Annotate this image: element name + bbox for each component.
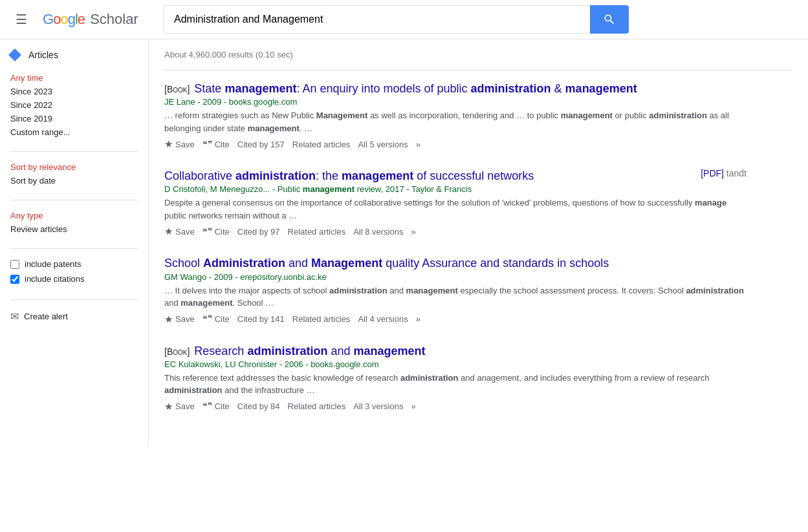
logo[interactable]: Google Scholar — [43, 11, 153, 28]
result-3-snippet: … It delves into the major aspects of sc… — [164, 284, 747, 310]
result-4-cited-by[interactable]: Cited by 84 — [237, 401, 280, 411]
result-1-actions: ★ Save ❝❞ Cite Cited by 157 Related arti… — [164, 138, 747, 150]
any-type-filter[interactable]: Any type — [10, 211, 138, 220]
result-4-snippet: This reference text addresses the basic … — [164, 372, 747, 397]
since-2019-filter[interactable]: Since 2019 — [10, 114, 138, 123]
result-2-snippet: Despite a general consensus on the impor… — [164, 197, 747, 222]
search-icon — [603, 13, 616, 26]
result-1-title[interactable]: [Book] State management: An enquiry into… — [164, 82, 637, 95]
include-patents-label: include patents — [25, 259, 81, 269]
result-3-cited-by[interactable]: Cited by 141 — [237, 314, 285, 324]
result-3-related[interactable]: Related articles — [292, 314, 351, 324]
articles-diamond-icon — [8, 48, 21, 61]
star-icon: ★ — [164, 138, 173, 150]
search-button[interactable] — [590, 5, 629, 34]
result-2-meta: D Cristofoli, M Meneguzzo... - Public ma… — [164, 184, 747, 194]
type-section: Any type Review articles — [10, 211, 138, 249]
result-1-meta: JE Lane - 2009 - books.google.com — [164, 97, 747, 107]
cite-icon: ❝❞ — [202, 139, 213, 150]
include-citations-label: include citations — [25, 274, 85, 284]
include-patents-row: include patents — [10, 259, 138, 269]
create-alert-label: Create alert — [24, 312, 68, 321]
since-2022-filter[interactable]: Since 2022 — [10, 100, 138, 110]
result-2-related[interactable]: Related articles — [288, 227, 346, 237]
include-citations-checkbox[interactable] — [10, 275, 19, 284]
logo-scholar-text: Scholar — [86, 11, 138, 28]
create-alert-row[interactable]: ✉ Create alert — [10, 310, 138, 323]
header: ☰ Google Scholar Administration and Mana… — [0, 0, 808, 39]
result-3-meta: GM Wango - 2009 - erepository.uonbi.ac.k… — [164, 272, 747, 282]
cite-icon: ❝❞ — [202, 226, 213, 237]
result-1-label: [Book] — [164, 84, 190, 94]
menu-icon[interactable]: ☰ — [10, 6, 32, 32]
search-input[interactable]: Administration and Management — [163, 5, 590, 34]
results-area: About 4,960,000 results (0.10 sec) [Book… — [149, 39, 808, 446]
result-3-actions: ★ Save ❝❞ Cite Cited by 141 Related arti… — [164, 314, 747, 325]
result-3-title[interactable]: School Administration and Management qua… — [164, 257, 609, 270]
results-divider — [164, 70, 792, 70]
result-1-snippet: … reform strategies such as New Public M… — [164, 109, 747, 134]
search-container: Administration and Management — [163, 5, 629, 34]
include-patents-checkbox[interactable] — [10, 260, 19, 269]
star-icon: ★ — [164, 314, 173, 325]
checkbox-section: include patents include citations — [10, 259, 138, 300]
result-1-cite[interactable]: ❝❞ Cite — [202, 139, 230, 150]
result-4-related[interactable]: Related articles — [288, 401, 346, 411]
result-2-title[interactable]: Collaborative administration: the manage… — [164, 169, 534, 182]
result-4-versions[interactable]: All 3 versions — [353, 401, 403, 411]
result-2-versions[interactable]: All 8 versions — [353, 227, 403, 237]
cite-icon: ❝❞ — [202, 314, 213, 325]
result-1-versions[interactable]: All 5 versions — [358, 140, 408, 149]
sort-section: Sort by relevance Sort by date — [10, 162, 138, 200]
result-2-actions: ★ Save ❝❞ Cite Cited by 97 Related artic… — [164, 226, 747, 237]
create-alert-section: ✉ Create alert — [10, 310, 138, 333]
email-icon: ✉ — [10, 310, 19, 323]
result-item: [PDF] tandt Collaborative administration… — [164, 168, 747, 237]
result-3-versions[interactable]: All 4 versions — [358, 314, 408, 324]
sidebar: Articles Any time Since 2023 Since 2022 … — [0, 39, 149, 446]
result-3-save[interactable]: ★ Save — [164, 314, 195, 325]
star-icon: ★ — [164, 226, 173, 237]
sort-by-relevance[interactable]: Sort by relevance — [10, 162, 138, 172]
result-4-title[interactable]: [Book] Research administration and manag… — [164, 345, 426, 357]
result-3-cite[interactable]: ❝❞ Cite — [202, 314, 230, 325]
result-4-save[interactable]: ★ Save — [164, 401, 195, 412]
time-filter-section: Any time Since 2023 Since 2022 Since 201… — [10, 73, 138, 152]
main-layout: Articles Any time Since 2023 Since 2022 … — [0, 39, 808, 446]
result-1-save[interactable]: ★ Save — [164, 138, 195, 150]
result-3-more[interactable]: » — [416, 314, 420, 324]
result-2-pdf-badge[interactable]: [PDF] tandt — [701, 168, 747, 178]
custom-range-filter[interactable]: Custom range... — [10, 127, 138, 137]
result-2-cite[interactable]: ❝❞ Cite — [202, 226, 230, 237]
star-icon: ★ — [164, 401, 173, 412]
result-4-label: [Book] — [164, 346, 190, 357]
result-item: School Administration and Management qua… — [164, 255, 747, 325]
result-2-cited-by[interactable]: Cited by 97 — [237, 227, 280, 237]
result-4-actions: ★ Save ❝❞ Cite Cited by 84 Related artic… — [164, 401, 747, 412]
result-4-meta: EC Kulakowski, LU Chronister - 2006 - bo… — [164, 359, 747, 369]
cite-icon: ❝❞ — [202, 401, 213, 412]
articles-row: Articles — [10, 50, 138, 60]
result-1-cited-by[interactable]: Cited by 157 — [237, 140, 285, 149]
result-4-cite[interactable]: ❝❞ Cite — [202, 401, 230, 412]
review-articles-filter[interactable]: Review articles — [10, 224, 138, 234]
result-2-save[interactable]: ★ Save — [164, 226, 195, 237]
result-2-more[interactable]: » — [411, 227, 415, 237]
since-2023-filter[interactable]: Since 2023 — [10, 87, 138, 96]
results-count: About 4,960,000 results (0.10 sec) — [164, 45, 792, 59]
result-4-more[interactable]: » — [411, 401, 415, 411]
result-item: [Book] Research administration and manag… — [164, 343, 747, 412]
include-citations-row: include citations — [10, 274, 138, 284]
any-time-filter[interactable]: Any time — [10, 73, 138, 83]
logo-google-text: Google — [43, 11, 85, 28]
articles-label: Articles — [28, 50, 58, 60]
result-1-more[interactable]: » — [416, 140, 420, 149]
sort-by-date[interactable]: Sort by date — [10, 176, 138, 186]
result-1-related[interactable]: Related articles — [292, 140, 351, 149]
result-item: [Book] State management: An enquiry into… — [164, 81, 747, 150]
